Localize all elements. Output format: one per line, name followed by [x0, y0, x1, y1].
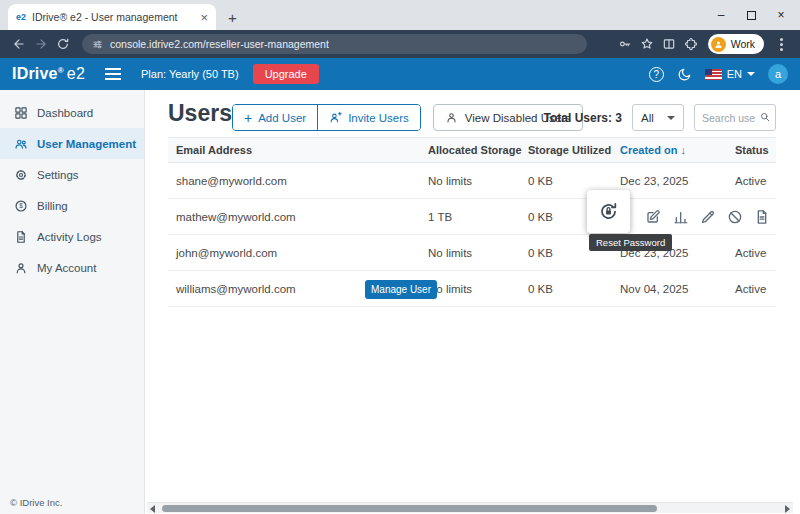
extensions-button[interactable] — [680, 35, 702, 53]
url-text: console.idrive2.com/reseller-user-manage… — [110, 38, 329, 50]
window-minimize-button[interactable]: – — [706, 8, 736, 22]
main-content: Users + Add User Invite Users View Disab… — [145, 90, 800, 514]
key-icon — [618, 37, 632, 51]
sidebar-item-dashboard[interactable]: Dashboard — [0, 97, 144, 128]
reading-list-button[interactable] — [658, 35, 680, 53]
allocated-storage-value: No limits — [428, 175, 528, 187]
sidebar-item-label: Settings — [37, 169, 79, 181]
add-user-button[interactable]: + Add User — [233, 105, 317, 130]
pencil-icon — [700, 209, 716, 225]
disabled-person-icon — [445, 111, 458, 124]
reading-list-icon — [662, 37, 676, 51]
header-created-on: Created on ↓ — [620, 144, 735, 156]
header-status: Status — [735, 144, 776, 156]
plan-label: Plan: Yearly (50 TB) — [141, 68, 239, 80]
account-avatar[interactable]: a — [768, 64, 788, 84]
reload-button[interactable] — [52, 35, 74, 53]
sidebar: Dashboard User Management Settings $ Bil… — [0, 90, 145, 514]
forward-button[interactable] — [30, 35, 52, 53]
sidebar-item-label: User Management — [37, 138, 136, 150]
total-users-count: Total Users: 3 — [544, 111, 622, 125]
invite-users-button[interactable]: Invite Users — [317, 105, 420, 130]
tune-icon — [92, 39, 103, 50]
storage-utilized-value: 0 KB — [528, 175, 620, 187]
status-value: Active — [735, 247, 776, 259]
sort-descending-icon: ↓ — [680, 144, 686, 156]
search-icon[interactable] — [759, 111, 771, 123]
hamburger-menu-icon[interactable] — [105, 73, 121, 75]
star-icon — [640, 37, 654, 51]
invite-users-label: Invite Users — [348, 112, 409, 124]
address-bar[interactable]: console.idrive2.com/reseller-user-manage… — [82, 34, 587, 54]
language-label: EN — [727, 68, 742, 80]
window-maximize-button[interactable] — [736, 8, 766, 22]
profile-avatar-icon — [711, 37, 726, 52]
user-stats-button[interactable] — [673, 209, 689, 225]
app-header: IDrive®e2 Plan: Yearly (50 TB) Upgrade ?… — [0, 58, 800, 90]
user-email: mathew@myworld.com — [168, 211, 428, 223]
account-person-icon — [14, 261, 28, 275]
user-logs-button[interactable] — [754, 209, 770, 225]
header-allocated-storage: Allocated Storage — [428, 144, 528, 156]
table-row[interactable]: williams@myworld.com No limits 0 KB Nov … — [168, 271, 776, 307]
table-row[interactable]: mathew@myworld.com 1 TB 0 KB Reset Passw… — [168, 199, 776, 235]
sidebar-item-activity-logs[interactable]: Activity Logs — [0, 221, 144, 252]
site-favicon: e2 — [16, 12, 26, 22]
back-button[interactable] — [8, 35, 30, 53]
browser-tab[interactable]: e2 IDrive® e2 - User management × — [8, 4, 216, 30]
users-icon — [14, 137, 28, 151]
idrive-e2-logo[interactable]: IDrive®e2 — [12, 65, 85, 83]
reset-password-tooltip: Reset Password — [589, 234, 672, 251]
table-row[interactable]: john@myworld.com No limits 0 KB Dec 23, … — [168, 235, 776, 271]
header-storage-utilized: Storage Utilized — [528, 144, 620, 156]
dark-mode-moon-icon[interactable] — [677, 67, 692, 82]
help-icon[interactable]: ? — [649, 67, 664, 82]
bookmark-button[interactable] — [636, 35, 658, 53]
browser-toolbar: console.idrive2.com/reseller-user-manage… — [0, 30, 800, 58]
user-actions-group: + Add User Invite Users — [232, 104, 421, 131]
user-email: shane@myworld.com — [168, 175, 428, 187]
horizontal-scrollbar[interactable] — [147, 502, 793, 513]
document-icon — [754, 209, 770, 225]
browser-menu-button[interactable] — [770, 35, 792, 53]
manage-user-button[interactable]: Manage User — [365, 280, 437, 299]
upgrade-button[interactable]: Upgrade — [253, 64, 319, 84]
window-close-button[interactable]: × — [766, 8, 796, 22]
sidebar-item-label: Dashboard — [37, 107, 93, 119]
allocated-storage-value: 1 TB — [428, 211, 528, 223]
table-row[interactable]: shane@myworld.com No limits 0 KB Dec 23,… — [168, 163, 776, 199]
back-arrow-icon — [12, 37, 26, 51]
filter-selected-value: All — [641, 112, 654, 124]
edit-storage-icon — [645, 209, 661, 225]
billing-dollar-icon: $ — [14, 199, 28, 213]
edit-user-button[interactable] — [700, 209, 716, 225]
language-selector[interactable]: EN — [705, 68, 755, 80]
sidebar-item-user-management[interactable]: User Management — [0, 128, 144, 159]
plus-icon: + — [244, 111, 252, 125]
activity-logs-icon — [14, 230, 28, 244]
scrollbar-thumb[interactable] — [162, 505, 657, 512]
reset-password-button[interactable] — [587, 190, 630, 233]
disable-user-button[interactable] — [727, 209, 743, 225]
sidebar-item-settings[interactable]: Settings — [0, 159, 144, 190]
user-email: john@myworld.com — [168, 247, 428, 259]
search-box — [694, 104, 776, 131]
created-on-value: Dec 23, 2025 — [620, 175, 735, 187]
sort-by-created-button[interactable]: Created on ↓ — [620, 144, 735, 156]
browser-profile-chip[interactable]: Work — [708, 34, 764, 54]
add-user-label: Add User — [258, 112, 306, 124]
language-caret-icon — [747, 72, 755, 76]
sidebar-item-billing[interactable]: $ Billing — [0, 190, 144, 221]
scroll-left-arrow-icon[interactable] — [150, 505, 155, 513]
chevron-down-icon — [667, 116, 675, 120]
table-header-row: Email Address Allocated Storage Storage … — [168, 137, 776, 163]
user-filter-dropdown[interactable]: All — [632, 104, 684, 131]
users-table: Email Address Allocated Storage Storage … — [168, 137, 776, 307]
tab-close-icon[interactable]: × — [200, 11, 208, 24]
scroll-right-arrow-icon[interactable] — [785, 505, 790, 513]
sidebar-item-my-account[interactable]: My Account — [0, 252, 144, 283]
edit-storage-button[interactable] — [645, 209, 661, 225]
header-email: Email Address — [168, 144, 428, 156]
new-tab-button[interactable]: + — [228, 10, 237, 25]
password-manager-button[interactable] — [614, 35, 636, 53]
